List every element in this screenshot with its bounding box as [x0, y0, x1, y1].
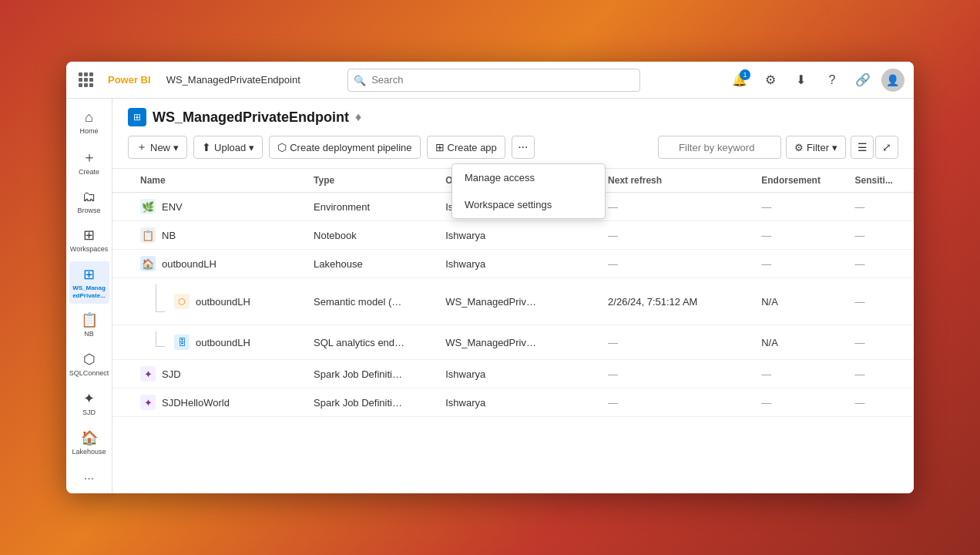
app-window: Power BI WS_ManagedPrivateEndpoint 🔍 🔔 1… [66, 62, 914, 493]
sjdhw-name: SJDHelloWorld [162, 397, 230, 409]
sjd-item-icon: ✦ [140, 366, 156, 382]
sidebar-item-ws-active[interactable]: ⊞ WS_Manag edPrivate... [69, 261, 109, 304]
row-refresh-sql: — [599, 325, 729, 360]
tree-line-semantic [156, 284, 165, 312]
notification-button[interactable]: 🔔 1 [727, 68, 752, 92]
share-view-button[interactable]: ⤢ [875, 136, 898, 159]
col-type[interactable]: Type [304, 169, 436, 193]
table-row[interactable]: ✦ SJDHelloWorld Spark Job Definiti… Ishw… [112, 388, 914, 417]
row-s1-nb [568, 221, 599, 250]
row-owner-semantic: WS_ManagedPriv… [436, 278, 568, 325]
manage-access-item[interactable]: Manage access [452, 164, 605, 191]
row-type-semantic: Semantic model (… [304, 278, 436, 325]
dropdown-menu: Manage access Workspace settings [451, 163, 606, 219]
download-button[interactable]: ⬇ [789, 68, 814, 92]
sidebar-item-nb[interactable]: 📋 NB [69, 307, 109, 343]
sidebar-item-sjd[interactable]: ✦ SJD [69, 385, 109, 422]
sidebar-item-workspaces[interactable]: ⊞ Workspaces [69, 222, 109, 258]
user-avatar[interactable]: 👤 [881, 69, 904, 92]
row-owner-sql: WS_ManagedPriv… [436, 325, 568, 360]
row-sensitivity-sjd: — [846, 360, 914, 388]
row-check-env [112, 193, 131, 221]
sjd-icon: ✦ [83, 390, 95, 407]
content-header: ⊞ WS_ManagedPrivateEndpoint ♦ ＋ New ▾ ⬆ … [112, 99, 914, 169]
new-button[interactable]: ＋ New ▾ [128, 136, 187, 159]
sidebar-item-create[interactable]: ＋ Create [69, 143, 109, 181]
upload-button[interactable]: ⬆ Upload ▾ [193, 136, 263, 159]
sidebar-item-workspaces-label: Workspaces [70, 245, 108, 254]
table-row[interactable]: 🏠 outboundLH Lakehouse Ishwarya — — [112, 250, 914, 278]
lakehouse-icon: 🏠 [81, 429, 98, 446]
page-title: WS_ManagedPrivateEndpoint [153, 109, 349, 126]
col-spacer2 [729, 169, 752, 193]
col-name[interactable]: Name [131, 169, 286, 193]
sjd-name: SJD [162, 368, 181, 380]
notification-badge: 1 [740, 69, 750, 80]
sidebar-more-button[interactable]: ··· [79, 467, 99, 490]
share-button[interactable]: 🔗 [851, 68, 875, 92]
row-s2-sjdhw [729, 388, 752, 417]
table-row[interactable]: ⬡ outboundLH Semantic model (… WS_Manage… [112, 278, 914, 325]
view-toggle-buttons: ☰ ⤢ [851, 136, 898, 159]
row-owner-lh: Ishwarya [436, 250, 568, 278]
row-check-sql [112, 325, 131, 360]
sqlconnect-icon: ⬡ [83, 351, 96, 368]
table-row[interactable]: 🗄 outboundLH SQL analytics end… WS_Manag… [112, 325, 914, 360]
lh-icon: 🏠 [140, 256, 156, 271]
row-endorsement-sql: N/A [752, 325, 845, 360]
apps-grid-button[interactable] [76, 68, 100, 92]
apps-grid-icon [79, 72, 94, 88]
toolbar-right: 🔍 ⚙ Filter ▾ ☰ ⤢ [658, 136, 898, 159]
row-icon-nb [286, 221, 304, 250]
sidebar-item-sqlconnect[interactable]: ⬡ SQLConnect [69, 346, 109, 382]
list-view-button[interactable]: ☰ [851, 136, 874, 159]
sidebar-item-nb-label: NB [84, 330, 94, 338]
help-button[interactable]: ? [820, 68, 844, 92]
sql-name: outboundLH [196, 337, 250, 348]
table-row[interactable]: ✦ SJD Spark Job Definiti… Ishwarya — — [112, 360, 914, 388]
table-row[interactable]: 📋 NB Notebook Ishwarya — — — [112, 221, 914, 250]
workspace-icon-char: ⊞ [133, 112, 141, 123]
sidebar-item-lakehouse[interactable]: 🏠 Lakehouse [69, 425, 109, 461]
col-sensitivity[interactable]: Sensiti... [846, 169, 914, 193]
row-s2-lh [729, 250, 752, 278]
row-refresh-sjd: — [599, 360, 729, 388]
row-s2-sql [729, 325, 752, 360]
row-s2-env [729, 193, 752, 221]
env-name: ENV [162, 201, 183, 213]
create-app-button[interactable]: ⊞ Create app [427, 136, 505, 159]
nb-icon: 📋 [81, 311, 98, 328]
sidebar-item-home-label: Home [79, 127, 98, 136]
lh-name: outboundLH [162, 258, 216, 270]
new-chevron: ▾ [173, 142, 179, 153]
row-type-sjd: Spark Job Definiti… [304, 360, 436, 388]
workspace-settings-item[interactable]: Workspace settings [452, 191, 605, 218]
content-title-row: ⊞ WS_ManagedPrivateEndpoint ♦ [128, 108, 898, 126]
row-sensitivity-semantic: — [846, 278, 914, 325]
nb-name: NB [162, 230, 176, 241]
row-type-sjdhw: Spark Job Definiti… [304, 388, 436, 417]
sidebar-item-home[interactable]: ⌂ Home [69, 105, 109, 140]
row-sensitivity-lh: — [846, 250, 914, 278]
row-check-nb [112, 221, 131, 250]
col-endorsement[interactable]: Endorsement [752, 169, 845, 193]
filter-keyword-input[interactable] [658, 136, 781, 159]
pipeline-icon: ⬡ [277, 141, 287, 153]
row-check-sjdhw [112, 388, 131, 417]
toolbar-more-button[interactable]: ··· [512, 136, 535, 159]
env-icon: 🌿 [140, 199, 156, 214]
row-name-nb: 📋 NB [131, 221, 286, 250]
search-input[interactable] [347, 69, 640, 92]
create-pipeline-button[interactable]: ⬡ Create deployment pipeline [269, 136, 420, 159]
row-icon-sjd [286, 360, 304, 388]
col-refresh[interactable]: Next refresh [599, 169, 729, 193]
browse-icon: 🗂 [82, 189, 96, 205]
search-bar-container: 🔍 [347, 69, 640, 92]
filter-button[interactable]: ⚙ Filter ▾ [786, 136, 846, 159]
sidebar-item-browse[interactable]: 🗂 Browse [69, 184, 109, 220]
app-label: Create app [448, 142, 497, 153]
row-icon-sql [286, 325, 304, 360]
sidebar-item-create-label: Create [79, 168, 99, 177]
settings-button[interactable]: ⚙ [758, 68, 783, 92]
nb-item-icon: 📋 [140, 227, 156, 243]
